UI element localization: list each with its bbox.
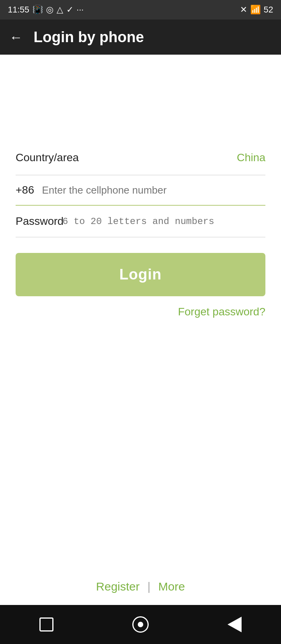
status-bar-left: 11:55 📳 ◎ △ ✓ ··· bbox=[8, 5, 84, 15]
home-button[interactable] bbox=[132, 616, 149, 633]
password-label: Password bbox=[16, 214, 55, 228]
circle-icon bbox=[132, 616, 149, 633]
country-area-row[interactable]: Country/area China bbox=[16, 141, 265, 175]
app-icon-1: ◎ bbox=[46, 5, 53, 15]
recent-apps-button[interactable] bbox=[39, 617, 53, 632]
more-dots-icon: ··· bbox=[76, 5, 84, 15]
wifi-icon: 📶 bbox=[250, 5, 261, 15]
app-icon-2: △ bbox=[57, 5, 63, 15]
password-input[interactable] bbox=[62, 216, 265, 227]
password-row[interactable]: Password bbox=[16, 206, 265, 237]
square-icon bbox=[39, 617, 53, 632]
forget-password-link[interactable]: Forget password? bbox=[178, 306, 265, 318]
battery-level: 52 bbox=[264, 5, 273, 15]
more-link[interactable]: More bbox=[158, 580, 185, 593]
page-title: Login by phone bbox=[34, 29, 144, 46]
main-content: Country/area China +86 Password Login Fo… bbox=[0, 55, 281, 605]
bottom-spacer bbox=[16, 327, 265, 568]
top-nav: ← Login by phone bbox=[0, 20, 281, 55]
login-button[interactable]: Login bbox=[16, 253, 265, 296]
app-icon-3: ✓ bbox=[66, 5, 73, 15]
vibrate-icon: 📳 bbox=[32, 5, 43, 15]
status-bar-right: ✕ 📶 52 bbox=[240, 5, 273, 15]
status-time: 11:55 bbox=[8, 5, 29, 15]
triangle-icon bbox=[228, 617, 242, 632]
back-button[interactable]: ← bbox=[9, 30, 23, 45]
system-nav-bar bbox=[0, 605, 281, 644]
bottom-divider: | bbox=[148, 580, 151, 593]
phone-row[interactable]: +86 bbox=[16, 175, 265, 206]
back-nav-button[interactable] bbox=[228, 617, 242, 632]
form-area: Country/area China +86 Password bbox=[16, 141, 265, 237]
top-spacer bbox=[16, 55, 265, 141]
country-value: China bbox=[237, 151, 265, 164]
forget-password-row: Forget password? bbox=[16, 296, 265, 327]
country-label: Country/area bbox=[16, 151, 79, 164]
phone-input[interactable] bbox=[42, 184, 266, 196]
phone-code: +86 bbox=[16, 184, 34, 196]
bottom-links: Register | More bbox=[16, 568, 265, 605]
register-link[interactable]: Register bbox=[96, 580, 140, 593]
battery-x-icon: ✕ bbox=[240, 5, 247, 15]
middle-spacer bbox=[16, 237, 265, 253]
status-bar: 11:55 📳 ◎ △ ✓ ··· ✕ 📶 52 bbox=[0, 0, 281, 20]
